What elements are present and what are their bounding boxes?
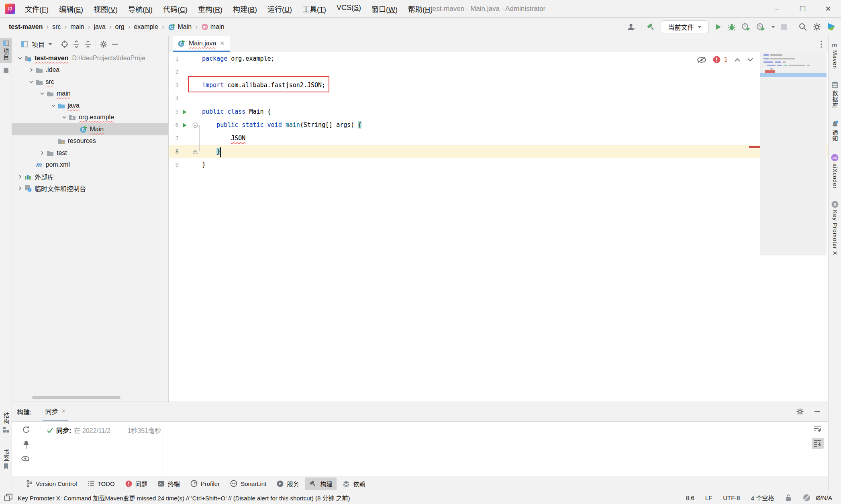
next-error-chevron-down-icon[interactable]	[747, 58, 753, 62]
line-number[interactable]: 1	[169, 52, 179, 65]
line-number[interactable]: 4	[169, 92, 179, 105]
soft-wrap-icon[interactable]	[813, 424, 823, 433]
code-line-5[interactable]: 5public class Main {	[169, 105, 828, 118]
plugin-logo-icon[interactable]	[827, 22, 837, 32]
chevron-down-icon[interactable]	[16, 55, 24, 61]
toolwindow-button-todo[interactable]: TODO	[83, 478, 119, 489]
stripe-button-blob[interactable]	[0, 65, 12, 77]
menu-item-n[interactable]: 导航(N)	[124, 2, 157, 16]
line-number[interactable]: 9	[169, 158, 179, 171]
chevron-right-icon[interactable]	[16, 186, 24, 191]
menu-item-b[interactable]: 构建(B)	[229, 2, 261, 16]
code-line-9[interactable]: 9}	[169, 158, 828, 171]
minimize-button[interactable]: –	[764, 0, 790, 17]
collapse-all-icon[interactable]	[84, 40, 92, 48]
stripe-button-key-promoter-x[interactable]: XKey Promoter X	[831, 198, 839, 258]
breadcrumb-item-org[interactable]: org	[114, 22, 126, 31]
build-tab-sync[interactable]: 同步 ×	[43, 402, 67, 421]
code-line-8[interactable]: 8 }	[169, 145, 828, 158]
maximize-button[interactable]: ☐	[790, 0, 815, 17]
fold-open-icon[interactable]	[191, 118, 200, 132]
toolwindow-button-终端[interactable]: 终端	[153, 477, 184, 490]
code-minimap[interactable]	[760, 52, 827, 255]
encoding-widget[interactable]: UTF-8	[723, 494, 740, 501]
horizontal-scrollbar[interactable]	[32, 396, 120, 399]
project-view-chevron-icon[interactable]	[48, 43, 52, 45]
line-separator-widget[interactable]: LF	[705, 494, 712, 501]
line-number[interactable]: 3	[169, 79, 179, 92]
scroll-to-end-icon[interactable]	[812, 438, 824, 449]
caret-position-widget[interactable]: 8:6	[686, 494, 694, 501]
tree-item-临时文件和控制台[interactable]: 临时文件和控制台	[12, 183, 168, 195]
build-hammer-icon[interactable]	[647, 22, 655, 31]
run-configuration-select[interactable]: 当前文件	[661, 20, 709, 33]
run-line-icon[interactable]	[179, 118, 191, 132]
chevron-down-icon[interactable]	[38, 91, 46, 96]
build-sync-row[interactable]: 同步: 在 2022/11/2 1秒351毫秒	[47, 424, 161, 436]
debug-button[interactable]	[727, 22, 736, 31]
breadcrumb-item-main[interactable]: CMain	[166, 22, 194, 31]
tree-item-pom.xml[interactable]: mpom.xml	[12, 159, 168, 171]
stripe-button-通知[interactable]: 通知	[830, 118, 840, 145]
stripe-button-项目[interactable]: 项目	[0, 38, 12, 63]
menu-item-u[interactable]: 运行(U)	[263, 2, 296, 16]
code-editor-area[interactable]: 1package org.example;23import com.alibab…	[169, 52, 828, 402]
menu-item-e[interactable]: 编辑(E)	[55, 2, 87, 16]
error-stripe-mark[interactable]	[749, 146, 760, 148]
chevron-right-icon[interactable]	[38, 150, 46, 156]
menu-item-t[interactable]: 工具(T)	[298, 2, 330, 16]
pin-icon[interactable]	[22, 440, 31, 450]
view-options-eye-icon[interactable]	[21, 455, 31, 463]
toolwindow-button-sonarlint[interactable]: SonarLint	[226, 478, 271, 489]
highlighting-level-text[interactable]: Ø/N/A	[816, 494, 832, 501]
line-number[interactable]: 8	[169, 145, 179, 158]
breadcrumb-item-main[interactable]: mmain	[200, 22, 226, 31]
minimap-viewport[interactable]	[760, 73, 827, 77]
close-build-tab-icon[interactable]: ×	[61, 408, 65, 415]
line-number[interactable]: 2	[169, 65, 179, 79]
highlighting-eye-off-icon[interactable]	[697, 56, 706, 63]
indent-widget[interactable]: 4 个空格	[751, 494, 774, 502]
run-button[interactable]	[714, 23, 722, 31]
coverage-run-button[interactable]	[756, 22, 766, 31]
breadcrumb-item-src[interactable]: src	[51, 22, 62, 31]
stripe-button-结构[interactable]: 结构	[1, 410, 11, 436]
line-number[interactable]: 7	[169, 132, 179, 145]
tree-item-src[interactable]: src	[12, 76, 168, 88]
search-icon[interactable]	[798, 22, 807, 31]
menu-item-w[interactable]: 窗口(W)	[367, 2, 402, 16]
code-line-2[interactable]: 2	[169, 65, 828, 79]
code-line-3[interactable]: 3import com.alibaba.fastjson2.JSON;	[169, 79, 828, 92]
error-badge-icon[interactable]	[713, 56, 721, 63]
tab-options-kebab-icon[interactable]	[820, 40, 823, 48]
tree-item-test[interactable]: test	[12, 147, 168, 159]
tree-item-外部库[interactable]: 外部库	[12, 171, 168, 183]
code-line-6[interactable]: 6 public static void main(String[] args)…	[169, 118, 828, 132]
tree-item-org.example[interactable]: org.example	[12, 112, 168, 124]
restore-tool-windows-icon[interactable]	[4, 494, 13, 502]
tree-item-Main[interactable]: CMain	[12, 123, 168, 135]
settings-gear-icon[interactable]	[812, 22, 821, 31]
close-button[interactable]: ✕	[815, 0, 841, 17]
build-console[interactable]	[163, 422, 807, 476]
fold-end-icon[interactable]	[191, 145, 200, 158]
highlighting-level-icon[interactable]	[803, 494, 810, 502]
build-settings-gear-icon[interactable]	[796, 408, 804, 416]
toolwindow-button-依赖[interactable]: 依赖	[338, 477, 369, 490]
chevron-down-icon[interactable]	[49, 103, 57, 108]
stripe-button-aixcoder[interactable]: aXaiXcoder	[830, 151, 839, 192]
tree-item-test-maven[interactable]: test-mavenD:\IdeaProjects\IdeaProje	[12, 52, 168, 64]
run-line-icon[interactable]	[179, 105, 191, 118]
user-icon[interactable]	[627, 23, 636, 31]
chevron-right-icon[interactable]	[16, 174, 24, 180]
breadcrumb-item-test-maven[interactable]: test-maven	[7, 22, 44, 31]
chevron-down-icon[interactable]	[27, 79, 35, 85]
chevron-down-icon[interactable]	[60, 114, 68, 120]
tree-item-java[interactable]: java	[12, 100, 168, 112]
previous-error-chevron-up-icon[interactable]	[734, 58, 741, 62]
hide-panel-icon[interactable]	[111, 41, 118, 48]
toolwindow-button-问题[interactable]: 问题	[121, 477, 152, 490]
profiler-run-button[interactable]	[741, 22, 751, 31]
breadcrumb-item-java[interactable]: java	[92, 22, 107, 31]
menu-item-c[interactable]: 代码(C)	[159, 2, 192, 16]
